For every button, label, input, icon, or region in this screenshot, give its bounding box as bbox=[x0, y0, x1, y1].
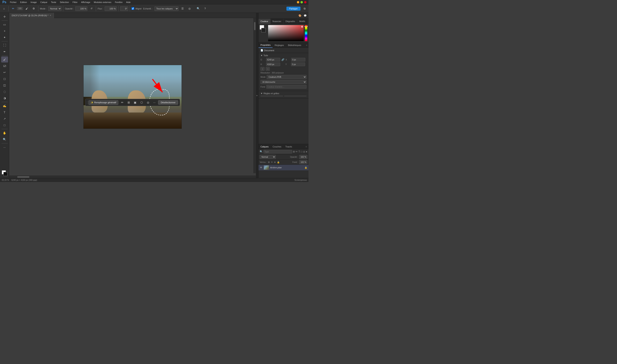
ctx-mask-icon[interactable]: ◎ bbox=[145, 100, 151, 105]
path-selection-tool[interactable]: ↗ bbox=[1, 116, 8, 122]
fond-value[interactable]: Couleur d'arrière-... bbox=[266, 85, 307, 89]
share-button[interactable]: Partager bbox=[286, 7, 300, 11]
lock-move-icon[interactable]: ✛ bbox=[271, 161, 273, 164]
tab-degrades[interactable]: Dégradés bbox=[283, 19, 297, 24]
mode-prop-select[interactable]: Couleurs RVB bbox=[267, 75, 307, 79]
ctx-transform-icon[interactable]: ⊞ bbox=[126, 100, 131, 105]
tab-couches[interactable]: Couches bbox=[270, 144, 283, 149]
layer-visibility-toggle[interactable]: 👁 bbox=[260, 166, 262, 169]
shape-tool[interactable]: □ bbox=[1, 122, 8, 128]
background-swatch[interactable] bbox=[261, 28, 266, 32]
layers-search-input[interactable] bbox=[264, 150, 292, 154]
menu-edition[interactable]: Edition bbox=[19, 0, 29, 4]
background-color[interactable] bbox=[3, 172, 7, 176]
vertical-scrollbar[interactable] bbox=[254, 18, 256, 173]
active-tab[interactable]: DSCF1714.RAF @ 33,3% (RVB/16) * ✕ bbox=[9, 13, 54, 18]
tab-proprietes[interactable]: Propriétés bbox=[258, 43, 272, 48]
gradient-tool[interactable]: ◫ bbox=[1, 82, 8, 88]
filter-icon-2[interactable]: ✏ bbox=[296, 150, 298, 153]
h-scroll-thumb[interactable] bbox=[17, 176, 29, 178]
opacity-input[interactable]: 100 % bbox=[75, 6, 87, 11]
toile-header[interactable]: ▼ Toile bbox=[260, 54, 307, 57]
zoom-tool[interactable]: 🔍 bbox=[1, 136, 8, 143]
menu-affichage[interactable]: Affichage bbox=[79, 0, 92, 4]
home-icon[interactable]: ⌂ bbox=[1, 6, 7, 12]
lock-pixel-icon[interactable]: ⊞ bbox=[268, 161, 270, 164]
color-gradient[interactable] bbox=[268, 25, 304, 41]
lock-all-icon[interactable]: 🔒 bbox=[277, 161, 280, 164]
lasso-tool[interactable]: ⌖ bbox=[1, 28, 8, 34]
horizontal-scrollbar[interactable] bbox=[9, 176, 256, 178]
fill-generatif-button[interactable]: ✨ Remplissage génératif bbox=[88, 100, 118, 105]
canvas-wrapper[interactable]: ✨ Remplissage génératif ✏ ⊞ ▣ ⬡ ◎ ··· Dé… bbox=[9, 18, 256, 176]
history-brush-tool[interactable]: ↩ bbox=[1, 69, 8, 75]
pen-tool[interactable]: ✍ bbox=[1, 103, 8, 109]
clone-stamp-tool[interactable]: 🖃 bbox=[1, 63, 8, 69]
filter-toggle[interactable]: ● bbox=[306, 150, 307, 153]
tab-nuancier[interactable]: Nuancier bbox=[270, 19, 283, 24]
o-value-input[interactable]: 6240 px bbox=[266, 58, 280, 62]
filter-icon-3[interactable]: T bbox=[298, 150, 300, 153]
arrange-icon[interactable]: ⧉ bbox=[302, 6, 307, 12]
hand-tool[interactable]: ✋ bbox=[1, 130, 8, 136]
crop-tool[interactable]: ⛶ bbox=[1, 42, 8, 48]
link-icon[interactable]: 🔗 bbox=[281, 58, 284, 61]
tab-couleur[interactable]: Couleur bbox=[258, 19, 270, 24]
flux-input[interactable]: 100 % bbox=[105, 6, 117, 11]
sample-icon[interactable]: ☰ bbox=[180, 6, 185, 12]
landscape-btn[interactable]: ▭ bbox=[266, 67, 270, 71]
move-tool[interactable]: ✛ bbox=[1, 14, 8, 20]
ctx-fill-icon[interactable]: ▣ bbox=[133, 100, 138, 105]
window-minimize[interactable] bbox=[297, 1, 299, 3]
filter-icon-4[interactable]: □ bbox=[301, 150, 302, 153]
lock-artboard-icon[interactable]: ⊕ bbox=[274, 161, 276, 164]
window-close[interactable] bbox=[304, 1, 307, 3]
chat-icon[interactable]: 💬 bbox=[303, 13, 307, 18]
magic-wand-tool[interactable]: ✦ bbox=[1, 34, 8, 40]
filter-icon-1[interactable]: ⊞ bbox=[293, 150, 295, 153]
reglages-header[interactable]: ▼ Règles et grilles bbox=[260, 92, 307, 95]
menu-filtre[interactable]: Filtre bbox=[71, 0, 79, 4]
menu-fenetre[interactable]: Fenêtre bbox=[113, 0, 124, 4]
filter-icon-5[interactable]: ◎ bbox=[303, 150, 305, 153]
gradient-main[interactable] bbox=[268, 25, 304, 41]
brush-icon-2[interactable]: 🖌 bbox=[24, 6, 30, 12]
color-panel-icon[interactable]: 🎨 bbox=[298, 13, 302, 18]
panel-collapse[interactable]: ▶ bbox=[256, 13, 258, 178]
brush-size-display[interactable]: 335 bbox=[17, 7, 23, 10]
menu-aide[interactable]: Aide bbox=[125, 0, 132, 4]
tab-bibliotheques[interactable]: Bibliothèques bbox=[286, 43, 303, 48]
echantil-select[interactable]: Tous les calques bbox=[154, 6, 179, 11]
menu-selection[interactable]: Sélection bbox=[58, 0, 70, 4]
tab-traces[interactable]: Tracés bbox=[283, 144, 294, 149]
deselect-button[interactable]: Désélectionner bbox=[158, 100, 178, 105]
marquee-tool[interactable]: ▭ bbox=[1, 22, 8, 27]
eyedropper-tool[interactable]: ✒ bbox=[1, 49, 8, 55]
search-bar-icon[interactable]: 🔍 bbox=[195, 6, 201, 12]
canvas-image[interactable]: ✨ Remplissage génératif ✏ ⊞ ▣ ⬡ ◎ ··· Dé… bbox=[83, 65, 182, 129]
text-tool[interactable]: T bbox=[1, 109, 8, 115]
eraser-tool[interactable]: ◻ bbox=[1, 76, 8, 82]
window-maximize[interactable] bbox=[300, 1, 303, 3]
help-icon[interactable]: ? bbox=[202, 6, 208, 12]
portrait-btn[interactable]: ▯ bbox=[260, 67, 265, 71]
blur-tool[interactable]: ◌ bbox=[1, 89, 8, 95]
menu-fichier[interactable]: Fichier bbox=[8, 0, 18, 4]
menu-texte[interactable]: Texte bbox=[49, 0, 58, 4]
layer-name[interactable]: Arrière-plan bbox=[270, 166, 303, 169]
layer-opacity-input[interactable] bbox=[299, 155, 307, 159]
y-value-input[interactable]: 0 px bbox=[291, 63, 305, 66]
layers-tab-expand[interactable]: ≡ bbox=[304, 145, 308, 148]
ctx-more-icon[interactable]: ··· bbox=[152, 100, 157, 105]
hue-bar[interactable] bbox=[305, 25, 307, 41]
opacity-reset-icon[interactable]: ↺ bbox=[89, 6, 94, 12]
menu-modules[interactable]: Modules externes bbox=[92, 0, 113, 4]
tab-close-icon[interactable]: ✕ bbox=[50, 14, 51, 16]
layer-item-arriere-plan[interactable]: 👁 Arrière-plan 🔒 bbox=[258, 165, 308, 170]
ctx-pen-icon[interactable]: ✏ bbox=[120, 100, 125, 105]
brush-tool[interactable]: 🖌 bbox=[1, 56, 8, 63]
tab-motifs[interactable]: Motifs bbox=[297, 19, 307, 24]
fill-input[interactable] bbox=[299, 160, 307, 164]
settings-icon[interactable]: ⚙ bbox=[31, 6, 37, 12]
v-scroll-thumb[interactable] bbox=[254, 22, 256, 30]
